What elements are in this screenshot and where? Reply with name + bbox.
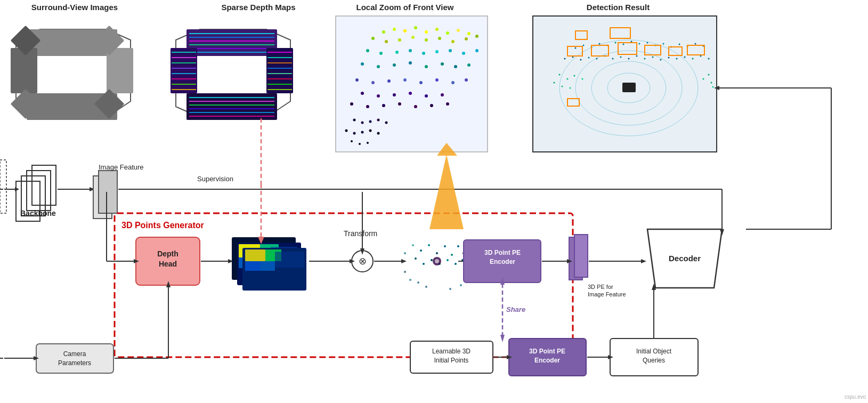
svg-point-149 [668, 57, 670, 59]
svg-rect-210 [275, 252, 304, 268]
svg-point-167 [574, 75, 575, 77]
encoder-to-pe-card-arrow [542, 259, 572, 263]
svg-point-127 [639, 43, 640, 45]
svg-point-112 [359, 143, 361, 145]
svg-point-221 [420, 249, 422, 252]
svg-point-237 [412, 244, 414, 246]
svg-point-146 [644, 58, 646, 60]
svg-point-132 [679, 44, 680, 45]
svg-point-140 [596, 58, 598, 60]
svg-marker-250 [401, 259, 407, 263]
svg-point-165 [559, 74, 561, 76]
svg-point-92 [425, 94, 428, 98]
svg-point-111 [351, 140, 353, 142]
svg-point-138 [580, 59, 582, 61]
svg-point-49 [425, 30, 428, 34]
svg-point-225 [451, 254, 453, 256]
svg-point-69 [449, 49, 452, 52]
svg-point-147 [652, 57, 654, 58]
svg-point-73 [377, 65, 380, 68]
svg-point-246 [425, 286, 427, 288]
svg-point-51 [446, 31, 449, 35]
svg-text:3D Point PE: 3D Point PE [484, 249, 521, 256]
svg-point-52 [457, 29, 460, 32]
svg-point-79 [467, 63, 470, 67]
svg-text:Encoder: Encoder [534, 357, 560, 364]
svg-point-173 [703, 78, 704, 80]
svg-point-107 [353, 132, 356, 135]
svg-point-70 [462, 52, 465, 55]
svg-point-241 [404, 271, 406, 273]
svg-text:3D Points Generator: 3D Points Generator [121, 221, 204, 230]
svg-rect-209 [260, 261, 275, 271]
svg-point-110 [377, 132, 380, 135]
pe-to-decoder-arrow [589, 259, 646, 263]
svg-point-172 [708, 74, 710, 76]
local-zoom-image [336, 16, 488, 152]
svg-point-233 [455, 263, 457, 265]
svg-point-224 [444, 245, 446, 247]
svg-point-62 [475, 35, 478, 38]
svg-point-171 [570, 87, 571, 89]
main-diagram-svg: 3D Points Generator Depth Head [0, 0, 868, 403]
svg-point-91 [409, 92, 412, 95]
svg-point-54 [371, 37, 375, 40]
imgfeat-to-multiply-arrow [360, 192, 364, 255]
supervision-arrow [258, 118, 264, 244]
svg-point-68 [435, 50, 439, 53]
svg-point-124 [615, 42, 616, 44]
multiply-to-3d-arrow [374, 259, 407, 263]
svg-point-45 [382, 30, 385, 34]
svg-point-143 [620, 57, 622, 58]
svg-point-101 [353, 119, 356, 122]
svg-text:Head: Head [159, 260, 177, 268]
svg-point-65 [395, 51, 399, 54]
svg-point-245 [417, 281, 419, 284]
svg-point-50 [435, 28, 439, 31]
svg-text:Transform: Transform [344, 229, 377, 238]
svg-point-222 [428, 244, 430, 246]
svg-text:Image Feature: Image Feature [588, 291, 626, 297]
svg-text:Learnable 3D: Learnable 3D [432, 348, 470, 355]
depth-to-multiply-arrow [309, 259, 355, 263]
svg-point-96 [382, 104, 385, 107]
svg-point-145 [636, 55, 638, 57]
svg-point-229 [423, 263, 425, 265]
svg-point-151 [684, 57, 686, 58]
svg-point-78 [454, 65, 457, 68]
svg-point-63 [366, 49, 369, 52]
svg-point-125 [623, 44, 624, 45]
svg-point-97 [398, 102, 401, 106]
svg-point-248 [449, 288, 451, 290]
svg-point-58 [425, 38, 428, 42]
svg-point-59 [438, 37, 441, 40]
svg-rect-4 [11, 48, 37, 93]
svg-rect-295 [36, 344, 113, 373]
svg-rect-186 [99, 171, 117, 213]
svg-point-61 [465, 37, 468, 41]
initial-to-decoder-arrow [652, 284, 656, 338]
svg-point-242 [409, 279, 411, 281]
detection-result-image [533, 16, 717, 152]
svg-text:Decoder: Decoder [669, 254, 701, 263]
diagram-container: Surround-View Images Sparse Depth Maps L… [0, 0, 868, 403]
svg-rect-155 [622, 83, 636, 92]
svg-point-85 [435, 78, 439, 82]
svg-point-108 [361, 131, 364, 134]
svg-point-56 [398, 38, 401, 42]
svg-point-223 [436, 252, 438, 254]
3d-points-up-arrow [429, 143, 464, 229]
svg-point-64 [379, 52, 383, 55]
svg-point-134 [695, 43, 696, 45]
svg-text:Parameters: Parameters [58, 359, 91, 367]
svg-point-109 [369, 130, 372, 132]
svg-point-228 [415, 257, 417, 260]
svg-point-166 [567, 78, 569, 80]
svg-point-150 [676, 58, 678, 60]
svg-point-106 [345, 130, 348, 132]
svg-text:Share: Share [506, 305, 525, 313]
svg-point-154 [708, 58, 710, 60]
svg-point-88 [361, 92, 364, 95]
svg-rect-44 [336, 16, 488, 152]
svg-text:Queries: Queries [643, 357, 665, 364]
